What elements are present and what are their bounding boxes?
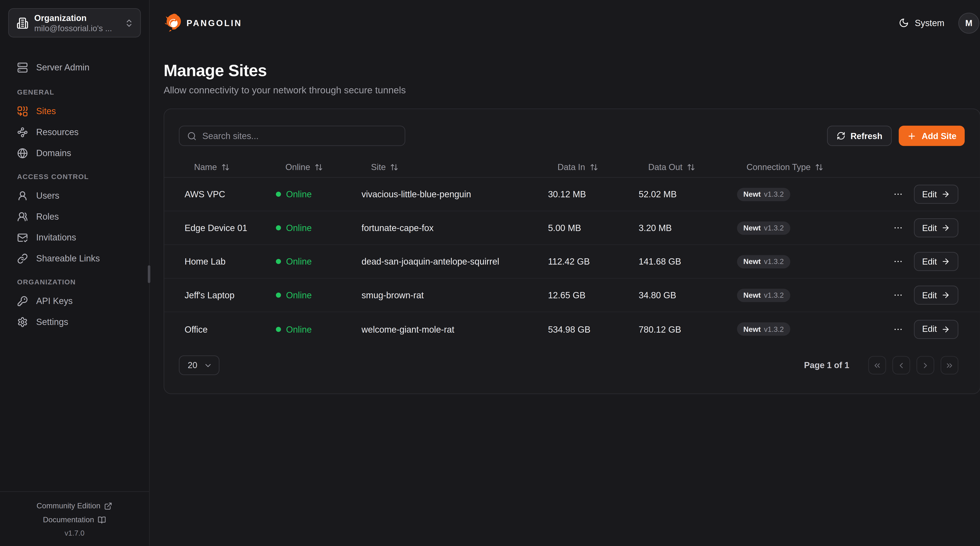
online-dot [276,259,281,264]
sites-card: Refresh Add Site NameOnlineSiteData InDa… [164,109,980,394]
sidebar-item-label: Invitations [36,232,76,243]
first-page-button[interactable] [868,356,886,374]
data-in-cell: 30.12 MB [548,189,639,199]
row-menu-button[interactable] [891,288,905,302]
column-header-data-in[interactable]: Data In [548,162,639,172]
arrow-right-icon [942,190,950,199]
connection-type-badge: Newtv1.3.2 [737,322,790,336]
chevrons-up-down-icon [124,18,134,28]
online-status-cell: Online [276,189,362,199]
sort-icon [390,163,398,171]
org-selector[interactable]: Organization milo@fossorial.io's ... [8,8,141,37]
theme-toggle[interactable]: System [899,18,944,28]
page-size-select[interactable]: 20 [179,355,220,375]
sidebar-item-invitations[interactable]: Invitations [8,228,142,247]
sort-icon [315,163,323,171]
link-icon [17,253,28,264]
online-dot [276,225,281,230]
combine-icon [17,106,28,117]
column-header-data-out[interactable]: Data Out [639,162,737,172]
data-in-cell: 534.98 GB [548,324,639,334]
sidebar-item-sites[interactable]: Sites [8,102,142,121]
sidebar-item-server-admin[interactable]: Server Admin [8,57,142,77]
chevron-left-icon [897,361,906,370]
table-row: AWS VPCOnlinevivacious-little-blue-pengu… [164,178,980,211]
table-body: AWS VPCOnlinevivacious-little-blue-pengu… [164,178,980,346]
column-header-online[interactable]: Online [276,162,362,172]
edit-button[interactable]: Edit [914,319,958,338]
search-input[interactable] [202,131,397,141]
search-icon [187,131,197,140]
edit-button[interactable]: Edit [914,185,958,204]
last-page-button[interactable] [940,356,958,374]
sidebar-item-shareable-links[interactable]: Shareable Links [8,249,142,268]
sidebar-item-resources[interactable]: Resources [8,123,142,142]
waypoints-icon [17,127,28,137]
sidebar-item-label: Server Admin [36,62,89,72]
community-edition-link[interactable]: Community Edition [6,499,143,512]
arrow-right-icon [942,291,950,300]
page-title: Manage Sites [164,61,979,80]
arrow-right-icon [942,190,950,199]
waypoints-icon [17,127,28,137]
add-site-button[interactable]: Add Site [899,126,965,146]
column-header-site[interactable]: Site [362,162,548,172]
avatar[interactable]: M [958,12,979,34]
sort-icon [590,163,598,171]
sort-icon [815,163,823,171]
documentation-label: Documentation [43,516,94,524]
column-header-connection-type[interactable]: Connection Type [737,162,862,172]
row-menu-button[interactable] [891,187,905,201]
site-name-cell: Edge Device 01 [185,223,276,233]
data-in-cell: 5.00 MB [548,223,639,233]
data-out-cell: 52.02 MB [639,189,737,199]
refresh-icon [837,131,845,140]
combine-icon [17,106,28,117]
chevrons-right-icon [945,361,954,370]
site-name-cell: AWS VPC [185,189,276,199]
site-slug-cell: welcome-giant-mole-rat [362,324,548,334]
ellipsis-icon [893,290,903,300]
column-header-name[interactable]: Name [185,162,276,172]
edit-button[interactable]: Edit [914,252,958,271]
table-header-row: NameOnlineSiteData InData OutConnection … [164,158,980,178]
next-page-button[interactable] [916,356,934,374]
external-link-icon [104,502,113,510]
row-menu-button[interactable] [891,221,905,235]
users-icon [17,211,28,222]
sidebar-item-domains[interactable]: Domains [8,144,142,162]
site-name-cell: Office [185,324,276,334]
sidebar-item-label: Users [36,190,59,201]
book-open-icon [98,516,106,524]
row-menu-button[interactable] [891,322,905,336]
site-slug-cell: smug-brown-rat [362,290,548,300]
data-out-cell: 141.68 GB [639,256,737,267]
sidebar-item-label: Shareable Links [36,253,100,263]
table-row: Edge Device 01Onlinefortunate-cape-fox5.… [164,211,980,245]
site-slug-cell: fortunate-cape-fox [362,223,548,233]
sidebar-item-label: Domains [36,148,71,158]
refresh-button[interactable]: Refresh [827,126,892,146]
sidebar-item-api-keys[interactable]: API Keys [8,291,142,310]
table-row: OfficeOnlinewelcome-giant-mole-rat534.98… [164,312,980,346]
previous-page-button[interactable] [892,356,910,374]
sites-table: NameOnlineSiteData InData OutConnection … [164,158,980,346]
edit-button[interactable]: Edit [914,286,958,305]
documentation-link[interactable]: Documentation [6,513,143,527]
table-row: Home LabOnlinedead-san-joaquin-antelope-… [164,245,980,279]
community-edition-label: Community Edition [37,501,100,510]
site-name-cell: Home Lab [185,256,276,267]
globe-icon [17,147,28,158]
online-status-cell: Online [276,290,362,300]
sidebar-item-users[interactable]: Users [8,186,142,205]
site-slug-cell: vivacious-little-blue-penguin [362,189,548,199]
sidebar-item-roles[interactable]: Roles [8,207,142,226]
refresh-label: Refresh [850,131,882,140]
row-menu-button[interactable] [891,255,905,268]
edit-button[interactable]: Edit [914,218,958,237]
sidebar-item-settings[interactable]: Settings [8,312,142,331]
sidebar-resize-handle[interactable] [148,265,150,283]
topbar: PANGOLIN System M [150,0,980,46]
page-size-value: 20 [188,361,197,370]
plus-icon [907,131,917,140]
